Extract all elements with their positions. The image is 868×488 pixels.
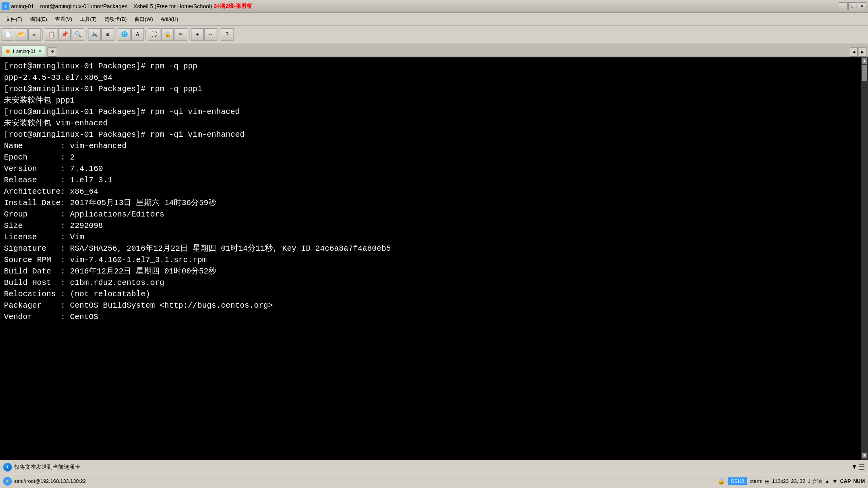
toolbar-sep1 [42, 29, 43, 40]
ssh-info: ssh://root@192.168.133.130:22 [14, 478, 86, 484]
bottombar-menu[interactable]: ☰ [859, 463, 865, 471]
scrollbar[interactable]: ▲ ▼ [861, 57, 868, 460]
maximize-button[interactable]: □ [848, 2, 857, 10]
terminal-line-6: [root@aminglinux-01 Packages]# rpm -qi v… [4, 129, 864, 140]
bottombar-text: 仅将文本发送到当前选项卡 [14, 464, 80, 471]
toolbar-copy[interactable]: 📋 [45, 28, 57, 41]
tab-dot [6, 50, 10, 53]
tabbar: 1 aming-01 ✕ + ◀ ▶ [0, 43, 868, 57]
terminal-line-2: [root@aminglinux-01 Packages]# rpm -q pp… [4, 83, 864, 95]
terminal-line-1: ppp-2.4.5-33.el7.x86_64 [4, 72, 864, 83]
toolbar-sep2 [86, 29, 86, 40]
scrollbar-thumb[interactable] [862, 65, 867, 81]
titlebar-controls: _ □ ✕ [839, 2, 866, 10]
scroll-down-button[interactable]: ▼ [832, 478, 838, 484]
ssh2-badge: SSH2 [728, 477, 747, 485]
toolbar-help[interactable]: ? [221, 28, 234, 41]
toolbar-sep4 [145, 29, 146, 40]
toolbar-paste[interactable]: 📌 [58, 28, 71, 41]
tab-next-button[interactable]: ▶ [859, 47, 866, 57]
terminal-line-16: Signature : RSA/SHA256, 2016年12月22日 星期四 … [4, 243, 864, 254]
titlebar: X aming-01 – root@aminglinux-01:/mnt/Pac… [0, 0, 868, 13]
titlebar-left: X aming-01 – root@aminglinux-01:/mnt/Pac… [2, 2, 252, 10]
toolbar-lock[interactable]: 🔒 [161, 28, 174, 41]
tab-nav: ◀ ▶ [850, 47, 866, 57]
menu-tools[interactable]: 工具(T) [76, 14, 101, 24]
terminal-line-9: Version : 7.4.160 [4, 163, 864, 174]
menu-tabs[interactable]: 选项卡(B) [101, 14, 131, 24]
tab-prev-button[interactable]: ◀ [850, 47, 858, 57]
toolbar-settings[interactable]: ⚙️ [101, 28, 114, 41]
terminal[interactable]: [root@aminglinux-01 Packages]# rpm -q pp… [0, 57, 868, 460]
menu-file[interactable]: 文件(F) [2, 14, 26, 24]
minimize-button[interactable]: _ [839, 2, 848, 10]
menu-edit[interactable]: 编辑(E) [26, 14, 51, 24]
terminal-line-14: Size : 2292098 [4, 220, 864, 231]
toolbar-kbd[interactable]: ⌨️ [175, 28, 187, 41]
toolbar-pencil[interactable]: ✏️ [28, 28, 41, 41]
toolbar-font[interactable]: A [131, 28, 144, 41]
toolbar-fullscreen[interactable]: ⛶ [148, 28, 160, 41]
terminal-line-17: Source RPM : vim-7.4.160-1.el7_3.1.src.r… [4, 254, 864, 266]
toolbar-open[interactable]: 📂 [15, 28, 28, 41]
toolbar-print[interactable]: 🖨️ [88, 28, 101, 41]
toolbar-search[interactable]: 🔍 [72, 28, 84, 41]
terminal-line-18: Build Date : 2016年12月22日 星期四 01时00分52秒 [4, 266, 864, 277]
bottombar-icon: i [3, 463, 12, 471]
terminal-line-4: [root@aminglinux-01 Packages]# rpm -qi v… [4, 106, 864, 117]
title-red: 24期2班-张勇桥 [213, 3, 252, 10]
close-button[interactable]: ✕ [858, 2, 866, 10]
toolbar-arrows[interactable]: ↔️ [204, 28, 217, 41]
terminal-line-0: [root@aminglinux-01 Packages]# rpm -q pp… [4, 61, 864, 72]
toolbar-sep5 [189, 29, 189, 40]
tab-aming01[interactable]: 1 aming-01 ✕ [2, 46, 46, 57]
bottombar: i 仅将文本发送到当前选项卡 ▼ ☰ [0, 460, 868, 474]
menu-window[interactable]: 窗口(W) [131, 14, 157, 24]
tab-label: 1 aming-01 [12, 49, 36, 54]
toolbar-sep6 [219, 29, 219, 40]
statusbar-left: ⚡ ssh://root@192.168.133.130:22 [3, 477, 714, 486]
terminal-line-8: Epoch : 2 [4, 152, 864, 163]
xterm-label: xterm [750, 478, 763, 484]
terminal-line-21: Packager : CentOS BuildSystem <http://bu… [4, 300, 864, 311]
cols-rows: 112x23 [772, 478, 789, 484]
terminal-line-10: Release : 1.el7_3.1 [4, 174, 864, 186]
toolbar-globe[interactable]: 🌐 [118, 28, 131, 41]
tab-add-button[interactable]: + [48, 47, 57, 57]
toolbar-sep3 [116, 29, 116, 40]
title-main: aming-01 – root@aminglinux-01:/mnt/Packa… [11, 3, 212, 9]
terminal-line-20: Relocations : (not relocatable) [4, 288, 864, 300]
terminal-line-5: 未安装软件包 vim-enhaced [4, 117, 864, 129]
terminal-line-11: Architecture: x86_64 [4, 186, 864, 197]
cap-label: CAP [840, 478, 851, 484]
toolbar-new[interactable]: 📄 [2, 28, 14, 41]
statusbar: ⚡ ssh://root@192.168.133.130:22 🔒 SSH2 x… [0, 474, 868, 488]
titlebar-title: aming-01 – root@aminglinux-01:/mnt/Packa… [11, 3, 252, 10]
scroll-up-button[interactable]: ▲ [824, 478, 830, 484]
cursor-pos: 23, 32 [791, 478, 805, 484]
tab-close-button[interactable]: ✕ [38, 49, 42, 54]
sessions-count: 1 会话 [807, 478, 822, 485]
menu-view[interactable]: 查看(V) [51, 14, 76, 24]
terminal-line-19: Build Host : c1bm.rdu2.centos.org [4, 277, 864, 288]
toolbar-plus[interactable]: + [191, 28, 204, 41]
statusbar-right: 🔒 SSH2 xterm ⊞ 112x23 23, 32 1 会话 ▲ ▼ CA… [717, 477, 865, 485]
menu-help[interactable]: 帮助(H) [157, 14, 182, 24]
num-label: NUM [853, 478, 865, 484]
terminal-line-3: 未安装软件包 ppp1 [4, 95, 864, 106]
terminal-line-13: Group : Applications/Editors [4, 209, 864, 220]
terminal-line-15: License : Vim [4, 231, 864, 243]
ssh-icon: ⚡ [3, 477, 12, 486]
terminal-line-12: Install Date: 2017年05月13日 星期六 14时36分59秒 [4, 197, 864, 209]
bottombar-dropdown[interactable]: ▼ [852, 464, 856, 471]
status-lock: 🔒 [717, 477, 725, 485]
menubar: 文件(F) 编辑(E) 查看(V) 工具(T) 选项卡(B) 窗口(W) 帮助(… [0, 13, 868, 26]
cols-rows-icon: ⊞ [765, 478, 770, 484]
terminal-line-7: Name : vim-enhanced [4, 140, 864, 152]
terminal-line-22: Vendor : CentOS [4, 311, 864, 323]
titlebar-icon: X [2, 2, 9, 10]
toolbar: 📄 📂 ✏️ 📋 📌 🔍 🖨️ ⚙️ 🌐 A ⛶ 🔒 ⌨️ + ↔️ ? [0, 26, 868, 43]
